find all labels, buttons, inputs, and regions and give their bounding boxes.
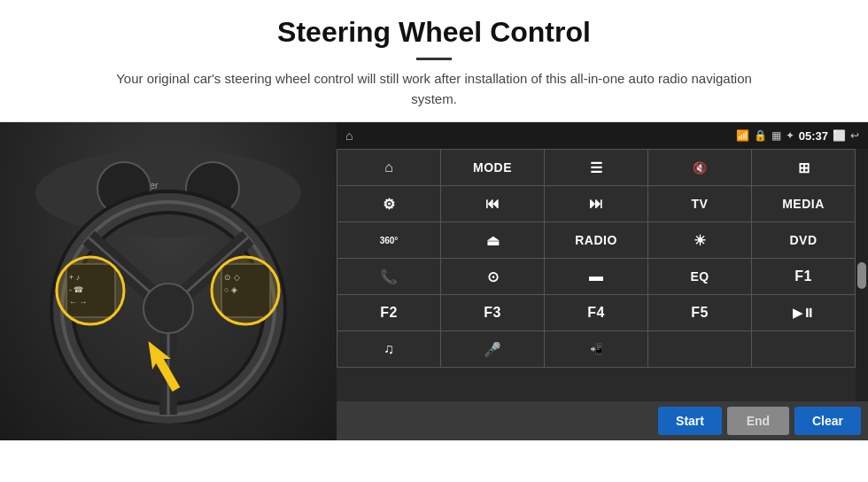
f4-btn[interactable]: F4 bbox=[545, 295, 647, 330]
mute-btn[interactable]: 🔇 bbox=[648, 150, 751, 185]
steering-wheel-image: speedometer + ♪ - ☎ ← bbox=[0, 122, 337, 440]
media-btn[interactable]: MEDIA bbox=[752, 186, 855, 222]
home-status-icon: ⌂ bbox=[345, 128, 353, 143]
music-btn[interactable]: ♫ bbox=[337, 331, 440, 367]
control-panel: ⌂ 📶 🔒 ▦ ✦ 05:37 ⬜ ↩ ⌂ MODE ☰ 🔇 ⊞ bbox=[337, 122, 868, 440]
empty-cell-2 bbox=[752, 331, 855, 367]
brightness-btn[interactable]: ☀ bbox=[648, 222, 751, 258]
dvd-btn[interactable]: DVD bbox=[752, 222, 855, 258]
sim-icon: ▦ bbox=[771, 129, 781, 142]
apps-btn[interactable]: ⊞ bbox=[752, 150, 855, 185]
phone-btn[interactable]: 📞 bbox=[337, 259, 440, 294]
empty-cell-1 bbox=[648, 331, 751, 367]
bluetooth-icon: ✦ bbox=[786, 129, 794, 142]
action-bar: Start End Clear bbox=[337, 401, 868, 440]
home-btn[interactable]: ⌂ bbox=[337, 150, 440, 185]
time-display: 05:37 bbox=[799, 129, 828, 143]
f1-btn[interactable]: F1 bbox=[752, 259, 855, 294]
back-icon: ↩ bbox=[850, 129, 859, 142]
call-btn[interactable]: 📲 bbox=[545, 331, 647, 367]
wifi-icon: 📶 bbox=[736, 129, 749, 142]
clear-button[interactable]: Clear bbox=[794, 407, 861, 435]
cam360-btn[interactable]: 360° bbox=[337, 222, 440, 258]
next-btn[interactable]: ⏭ bbox=[545, 186, 647, 222]
eject-btn[interactable]: ⏏ bbox=[441, 222, 544, 258]
f5-btn[interactable]: F5 bbox=[648, 295, 751, 330]
radio-btn[interactable]: RADIO bbox=[545, 222, 647, 258]
menu-btn[interactable]: ☰ bbox=[545, 150, 647, 185]
screen-icon: ⬜ bbox=[833, 129, 846, 142]
prev-btn[interactable]: ⏮ bbox=[441, 186, 544, 222]
tv-btn[interactable]: TV bbox=[648, 186, 751, 222]
f3-btn[interactable]: F3 bbox=[441, 295, 544, 330]
svg-point-13 bbox=[143, 284, 193, 333]
settings-btn[interactable]: ⚙ bbox=[337, 186, 440, 222]
svg-point-21 bbox=[57, 257, 124, 324]
subtitle: Your original car's steering wheel contr… bbox=[97, 69, 771, 109]
status-bar: ⌂ 📶 🔒 ▦ ✦ 05:37 ⬜ ↩ bbox=[337, 122, 868, 149]
eq-btn[interactable]: EQ bbox=[648, 259, 751, 294]
title-divider bbox=[416, 58, 452, 60]
playpause-btn[interactable]: ▶⏸ bbox=[752, 295, 855, 330]
svg-point-22 bbox=[212, 257, 279, 324]
nav-btn[interactable]: ⊙ bbox=[441, 259, 544, 294]
button-grid: ⌂ MODE ☰ 🔇 ⊞ ⚙ ⏮ ⏭ TV MEDIA 360° ⏏ RADIO… bbox=[337, 149, 856, 368]
page-title: Steering Wheel Control bbox=[0, 0, 868, 54]
scrollbar-thumb[interactable] bbox=[857, 262, 866, 289]
scrollbar[interactable] bbox=[856, 149, 868, 401]
screen-btn[interactable]: ▬ bbox=[545, 259, 647, 294]
mode-btn[interactable]: MODE bbox=[441, 150, 544, 185]
f2-btn[interactable]: F2 bbox=[337, 295, 440, 330]
lock-icon: 🔒 bbox=[754, 129, 767, 142]
end-button[interactable]: End bbox=[727, 407, 789, 435]
start-button[interactable]: Start bbox=[658, 407, 722, 435]
mic-btn[interactable]: 🎤 bbox=[441, 331, 544, 367]
